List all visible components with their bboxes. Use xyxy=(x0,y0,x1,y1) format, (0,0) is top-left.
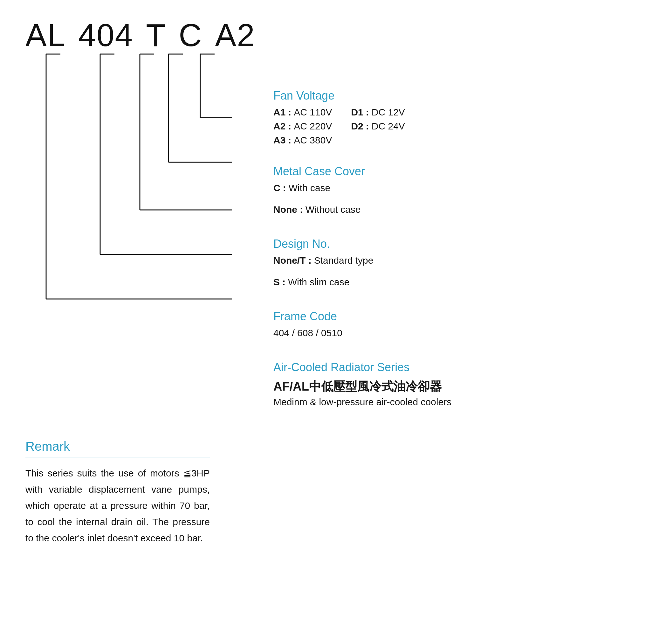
fan-voltage-a3-colon: : xyxy=(288,135,291,146)
fan-voltage-a2-key: A2 xyxy=(273,121,285,132)
fan-voltage-d1-key: D1 xyxy=(351,107,363,118)
code-a2: A2 xyxy=(215,19,255,51)
fan-voltage-block: Fan Voltage A1 : AC 110V D1 : DC 12V xyxy=(273,89,647,146)
series-name-en: Medinm & low-pressure air-cooled coolers xyxy=(273,397,647,408)
fan-voltage-row3: A3 : AC 380V xyxy=(273,135,647,146)
metal-case-none-key: None xyxy=(273,204,297,215)
fan-voltage-a3-key: A3 xyxy=(273,135,285,146)
fan-voltage-d1-colon: : xyxy=(366,107,369,118)
design-no-block: Design No. None/T : Standard type S : Wi… xyxy=(273,237,647,287)
design-no-title: Design No. xyxy=(273,237,647,251)
fan-voltage-row1: A1 : AC 110V D1 : DC 12V xyxy=(273,107,647,118)
metal-case-items: C : With case None : Without case xyxy=(273,183,647,215)
code-t: T xyxy=(146,19,166,51)
frame-code-title: Frame Code xyxy=(273,310,647,323)
fan-voltage-d1: D1 : DC 12V xyxy=(351,107,405,118)
design-no-items: None/T : Standard type S : With slim cas… xyxy=(273,255,647,287)
fan-voltage-row2: A2 : AC 220V D2 : DC 24V xyxy=(273,121,647,132)
series-name-cjk: AF/AL中低壓型風冷式油冷卻器 xyxy=(273,378,647,395)
fan-voltage-a1-key: A1 xyxy=(273,107,285,118)
fan-voltage-a2-value: AC 220V xyxy=(294,121,332,132)
design-no-s-key: S xyxy=(273,277,280,287)
fan-voltage-items: A1 : AC 110V D1 : DC 12V A2 xyxy=(273,107,647,146)
fan-voltage-d1-value: DC 12V xyxy=(371,107,405,118)
metal-case-none: None : Without case xyxy=(273,204,647,215)
design-no-s-value: With slim case xyxy=(288,277,349,287)
frame-code-block: Frame Code 404 / 608 / 0510 xyxy=(273,310,647,339)
code-404: 404 xyxy=(78,19,133,51)
fan-voltage-d2: D2 : DC 24V xyxy=(351,121,405,132)
design-no-none-t-key: None/T xyxy=(273,255,306,266)
fan-voltage-a3-value: AC 380V xyxy=(294,135,332,146)
metal-case-c-value: With case xyxy=(289,183,331,193)
fan-voltage-a1: A1 : AC 110V xyxy=(273,107,332,118)
bracket-diagram xyxy=(25,51,242,312)
model-code: AL 404 T C A2 xyxy=(25,19,248,51)
fan-voltage-d2-value: DC 24V xyxy=(371,121,405,132)
frame-code-text: 404 / 608 / 0510 xyxy=(273,328,342,339)
design-no-none-t-colon: : xyxy=(308,255,312,266)
remark-text: This series suits the use of motors ≦3HP… xyxy=(25,465,210,546)
top-section: AL 404 T C A2 xyxy=(25,19,647,420)
metal-case-c-key: C xyxy=(273,183,280,193)
fan-voltage-d2-colon: : xyxy=(366,121,369,132)
series-block: Air-Cooled Radiator Series AF/AL中低壓型風冷式油… xyxy=(273,361,647,408)
code-c: C xyxy=(179,19,202,51)
remark-title: Remark xyxy=(25,439,210,457)
design-no-s: S : With slim case xyxy=(273,277,647,287)
fan-voltage-a1-colon: : xyxy=(288,107,291,118)
metal-case-none-value: Without case xyxy=(306,204,360,215)
diagram-section: AL 404 T C A2 xyxy=(25,19,248,312)
fan-voltage-a2-colon: : xyxy=(288,121,291,132)
bottom-section: Remark This series suits the use of moto… xyxy=(25,439,647,546)
fan-voltage-a2: A2 : AC 220V xyxy=(273,121,332,132)
design-no-none-t-value: Standard type xyxy=(314,255,374,266)
code-al: AL xyxy=(25,19,66,51)
fan-voltage-a1-value: AC 110V xyxy=(294,107,332,118)
metal-case-c-colon: : xyxy=(283,183,286,193)
remark-section: Remark This series suits the use of moto… xyxy=(25,439,210,546)
series-title: Air-Cooled Radiator Series xyxy=(273,361,647,374)
metal-case-c: C : With case xyxy=(273,183,647,193)
fan-voltage-a3: A3 : AC 380V xyxy=(273,135,332,146)
fan-voltage-title: Fan Voltage xyxy=(273,89,647,102)
frame-code-value: 404 / 608 / 0510 xyxy=(273,328,647,339)
fan-voltage-d2-key: D2 xyxy=(351,121,363,132)
legend-section: Fan Voltage A1 : AC 110V D1 : DC 12V xyxy=(248,19,647,420)
metal-case-title: Metal Case Cover xyxy=(273,165,647,178)
design-no-none-t: None/T : Standard type xyxy=(273,255,647,266)
metal-case-none-colon: : xyxy=(300,204,303,215)
main-container: AL 404 T C A2 xyxy=(25,19,647,546)
metal-case-block: Metal Case Cover C : With case None : Wi… xyxy=(273,165,647,215)
design-no-s-colon: : xyxy=(282,277,285,287)
